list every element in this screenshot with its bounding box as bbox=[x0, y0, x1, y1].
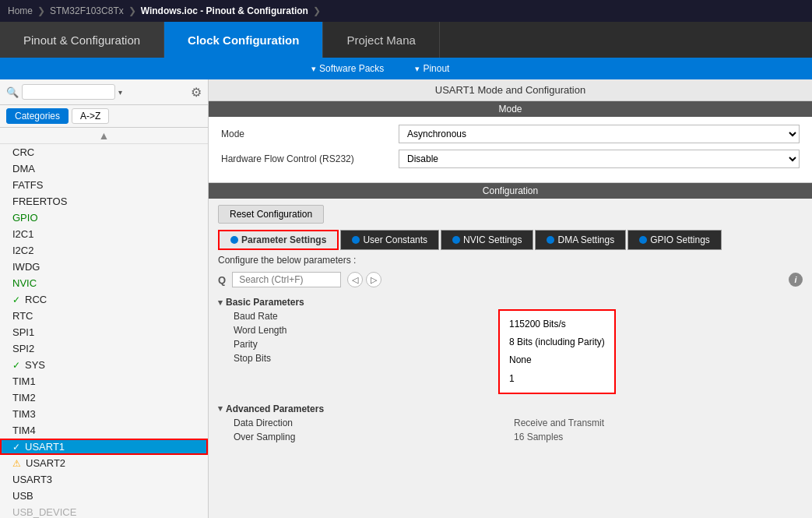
tab-a-to-z[interactable]: A->Z bbox=[72, 108, 109, 124]
gear-icon[interactable]: ⚙ bbox=[191, 85, 202, 100]
sidebar-item-label: TIM3 bbox=[12, 408, 36, 420]
sidebar-item-rtc[interactable]: RTC bbox=[0, 308, 208, 324]
advanced-params-label: Advanced Parameters bbox=[226, 403, 324, 414]
sidebar-item-label: TIM1 bbox=[12, 375, 36, 387]
advanced-params-names: Data DirectionOver Sampling bbox=[218, 416, 498, 444]
tab-project[interactable]: Project Mana bbox=[323, 22, 439, 58]
sidebar-list: CRCDMAFATFSFREERTOSGPIOI2C1I2C2IWDGNVIC✓… bbox=[0, 144, 208, 518]
breadcrumb-sep-3: ❯ bbox=[313, 5, 321, 16]
sidebar-sort: ▲ bbox=[0, 128, 208, 144]
sidebar-item-usart2[interactable]: ⚠USART2 bbox=[0, 455, 208, 471]
sidebar-item-label: SYS bbox=[25, 359, 45, 371]
check-icon: ✓ bbox=[12, 442, 20, 453]
advanced-params-values: Receive and Transmit16 Samples bbox=[498, 416, 604, 444]
sidebar-item-i2c2[interactable]: I2C2 bbox=[0, 242, 208, 259]
config-tab-dma-settings[interactable]: DMA Settings bbox=[535, 230, 626, 250]
sidebar-item-label: USB bbox=[12, 490, 33, 502]
sidebar-item-label: SPI2 bbox=[12, 343, 34, 354]
check-icon: ✓ bbox=[12, 294, 20, 305]
config-tabs-row: Parameter SettingsUser ConstantsNVIC Set… bbox=[209, 230, 812, 250]
config-tab-gpio-settings[interactable]: GPIO Settings bbox=[627, 230, 722, 250]
sidebar-item-usart1[interactable]: ✓USART1 bbox=[0, 439, 208, 455]
basic-params-group[interactable]: ▾ Basic Parameters bbox=[218, 294, 803, 309]
mode-section: Mode Asynchronous Hardware Flow Control … bbox=[209, 117, 812, 183]
breadcrumb-current: Windows.ioc - Pinout & Configuration bbox=[141, 5, 308, 16]
breadcrumb-home[interactable]: Home bbox=[8, 5, 33, 16]
tab-categories[interactable]: Categories bbox=[6, 108, 69, 124]
advanced-params-group[interactable]: ▾ Advanced Parameters bbox=[218, 400, 803, 416]
sidebar-item-label: RCC bbox=[25, 294, 47, 305]
sidebar-item-tim1[interactable]: TIM1 bbox=[0, 373, 208, 389]
config-tab-parameter-settings[interactable]: Parameter Settings bbox=[218, 230, 339, 250]
sidebar-item-freertos[interactable]: FREERTOS bbox=[0, 193, 208, 210]
param-name-label: Data Direction bbox=[234, 418, 498, 428]
sidebar-item-tim3[interactable]: TIM3 bbox=[0, 406, 208, 422]
sidebar-item-nvic[interactable]: NVIC bbox=[0, 275, 208, 291]
advanced-param-name-row: Data Direction bbox=[218, 416, 498, 430]
reset-configuration-button[interactable]: Reset Configuration bbox=[218, 205, 324, 224]
sidebar-item-i2c1[interactable]: I2C1 bbox=[0, 226, 208, 242]
warn-icon: ⚠ bbox=[12, 458, 21, 469]
tab-dot-icon bbox=[639, 236, 647, 244]
breadcrumb-sep-2: ❯ bbox=[128, 5, 136, 16]
basic-params-values-box: 115200 Bits/s8 Bits (including Parity)No… bbox=[498, 309, 616, 394]
sidebar-item-fatfs[interactable]: FATFS bbox=[0, 177, 208, 193]
sidebar-item-label: USART1 bbox=[25, 441, 65, 453]
param-value-label: Receive and Transmit bbox=[498, 416, 604, 430]
sub-nav-pinout[interactable]: Pinout bbox=[415, 63, 449, 74]
sidebar-item-usb-device[interactable]: USB_DEVICE bbox=[0, 504, 208, 518]
config-tab-user-constants[interactable]: User Constants bbox=[340, 230, 439, 250]
nav-next-button[interactable]: ▷ bbox=[366, 272, 381, 287]
sidebar-item-rcc[interactable]: ✓RCC bbox=[0, 291, 208, 308]
sub-nav: Software Packs Pinout bbox=[0, 58, 812, 79]
sidebar-item-label: USART3 bbox=[12, 474, 52, 485]
advanced-params-content: Data DirectionOver Sampling Receive and … bbox=[218, 416, 803, 444]
sidebar-item-gpio[interactable]: GPIO bbox=[0, 210, 208, 226]
tab-dot-icon bbox=[230, 236, 238, 244]
sidebar-search-row: 🔍 ▾ ⚙ bbox=[0, 79, 208, 105]
param-name-label: Parity bbox=[234, 339, 498, 350]
sidebar-item-usart3[interactable]: USART3 bbox=[0, 471, 208, 488]
sidebar-item-dma[interactable]: DMA bbox=[0, 160, 208, 177]
sidebar: 🔍 ▾ ⚙ Categories A->Z ▲ CRCDMAFATFSFREER… bbox=[0, 79, 209, 518]
config-tab-label: GPIO Settings bbox=[650, 234, 710, 245]
sidebar-item-label: USB_DEVICE bbox=[12, 506, 76, 518]
mode-select[interactable]: Asynchronous bbox=[399, 125, 800, 143]
params-search-input[interactable] bbox=[232, 272, 341, 287]
sidebar-item-spi1[interactable]: SPI1 bbox=[0, 324, 208, 340]
sidebar-item-label: GPIO bbox=[12, 212, 38, 224]
search-dropdown-arrow[interactable]: ▾ bbox=[118, 88, 122, 97]
sidebar-item-usb[interactable]: USB bbox=[0, 488, 208, 504]
info-icon[interactable]: i bbox=[789, 273, 803, 287]
search-input[interactable] bbox=[22, 84, 115, 100]
hw-flow-select[interactable]: Disable bbox=[399, 150, 800, 168]
main-layout: 🔍 ▾ ⚙ Categories A->Z ▲ CRCDMAFATFSFREER… bbox=[0, 79, 812, 518]
sub-nav-software-packs[interactable]: Software Packs bbox=[311, 63, 384, 74]
mode-label: Mode bbox=[221, 129, 392, 139]
config-section: Configuration Reset Configuration Parame… bbox=[209, 183, 812, 518]
sidebar-item-label: NVIC bbox=[12, 277, 37, 289]
sidebar-item-tim4[interactable]: TIM4 bbox=[0, 422, 208, 439]
nav-prev-button[interactable]: ◁ bbox=[347, 272, 363, 287]
breadcrumb-stm[interactable]: STM32F103C8Tx bbox=[50, 5, 124, 16]
advanced-param-name-row: Over Sampling bbox=[218, 430, 498, 444]
param-value-label: 1 bbox=[509, 370, 605, 388]
hw-flow-label: Hardware Flow Control (RS232) bbox=[221, 153, 392, 164]
basic-param-name-row: Baud Rate bbox=[218, 309, 498, 323]
config-tab-nvic-settings[interactable]: NVIC Settings bbox=[441, 230, 533, 250]
sidebar-item-spi2[interactable]: SPI2 bbox=[0, 340, 208, 357]
sidebar-item-label: CRC bbox=[12, 146, 34, 158]
tab-pinout[interactable]: Pinout & Configuration bbox=[0, 22, 164, 58]
sidebar-item-label: RTC bbox=[12, 310, 33, 322]
nav-arrows: ◁ ▷ bbox=[347, 272, 381, 287]
sidebar-item-iwdg[interactable]: IWDG bbox=[0, 259, 208, 275]
sidebar-item-crc[interactable]: CRC bbox=[0, 144, 208, 160]
tab-clock[interactable]: Clock Configuration bbox=[164, 22, 323, 58]
param-value-label: None bbox=[509, 351, 605, 369]
sidebar-item-label: I2C2 bbox=[12, 245, 33, 256]
sidebar-item-tim2[interactable]: TIM2 bbox=[0, 389, 208, 406]
sidebar-item-sys[interactable]: ✓SYS bbox=[0, 357, 208, 373]
content-header: USART1 Mode and Configuration bbox=[209, 79, 812, 101]
sidebar-tabs: Categories A->Z bbox=[0, 105, 208, 128]
sidebar-item-label: DMA bbox=[12, 163, 35, 174]
